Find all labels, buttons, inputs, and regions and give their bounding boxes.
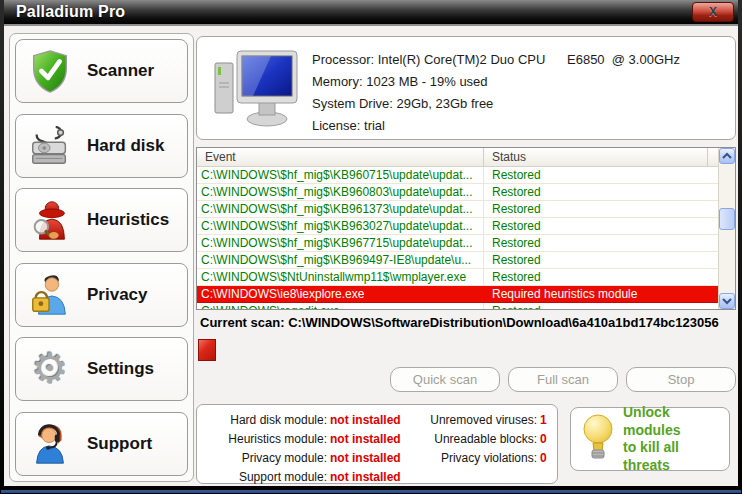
stop-button[interactable]: Stop — [626, 367, 736, 392]
module-value: not installed — [327, 432, 403, 446]
sidebar-item-label: Hard disk — [87, 136, 164, 156]
module-status-panel: Hard disk module:not installed Heuristic… — [196, 404, 558, 484]
memory-info: Memory: 1023 MB - 19% used — [312, 74, 488, 89]
table-row[interactable]: C:\WINDOWS\$hf_mig$\KB960803\update\upda… — [197, 184, 718, 201]
unlock-modules-label: Unlock modules to kill all threats — [623, 404, 729, 474]
system-info-panel: Processor: Intel(R) Core(TM)2 Duo CPU E6… — [196, 36, 736, 140]
shield-check-icon — [26, 47, 74, 95]
support-agent-icon — [26, 420, 74, 468]
event-cell: C:\WINDOWS\$NtUninstallwmp11$\wmplayer.e… — [197, 269, 484, 285]
status-cell: Restored — [484, 252, 718, 268]
full-scan-button[interactable]: Full scan — [508, 367, 618, 392]
sidebar: Scanner Hard disk — [9, 33, 194, 482]
status-cell: Restored — [484, 201, 718, 217]
module-value: not installed — [327, 413, 403, 427]
window-title: Palladium Pro — [16, 3, 125, 21]
close-button[interactable]: X — [692, 2, 734, 22]
sidebar-item-hard-disk[interactable]: Hard disk — [15, 114, 188, 178]
event-cell: C:\WINDOWS\$hf_mig$\KB960803\update\upda… — [197, 184, 484, 200]
table-row[interactable]: C:\WINDOWS\$hf_mig$\KB960715\update\upda… — [197, 167, 718, 184]
gear-icon: ⚙ — [26, 345, 74, 393]
event-cell: C:\WINDOWS\$hf_mig$\KB960715\update\upda… — [197, 167, 484, 183]
status-cell: Restored — [484, 269, 718, 285]
event-cell: C:\WINDOWS\$hf_mig$\KB969497-IE8\update\… — [197, 252, 484, 268]
sidebar-item-label: Privacy — [87, 285, 148, 305]
harddisk-stethoscope-icon — [26, 122, 74, 170]
table-header: Event Status — [197, 148, 718, 167]
module-label: Privacy module: — [203, 451, 327, 465]
table-row[interactable]: C:\WINDOWS\$NtUninstallwmp11$\wmplayer.e… — [197, 269, 718, 286]
status-cell: Restored — [484, 167, 718, 183]
module-label: Support module: — [203, 470, 327, 484]
module-label: Heuristics module: — [203, 432, 327, 446]
table-scrollbar[interactable] — [718, 148, 735, 309]
unlock-line-2: to kill all threats — [623, 439, 729, 474]
status-cell: Restored — [484, 303, 718, 309]
system-drive-info: System Drive: 29Gb, 23Gb free — [312, 96, 493, 111]
sidebar-item-label: Settings — [87, 359, 154, 379]
computer-icon — [211, 45, 303, 135]
unlock-line-1: Unlock modules — [623, 404, 729, 439]
palladium-pro-window: Palladium Pro X Scanner — [0, 0, 742, 494]
scrollbar-thumb[interactable] — [719, 208, 735, 230]
counter-value: 0 — [537, 451, 551, 465]
module-value: not installed — [327, 470, 403, 484]
current-scan-text: Current scan: C:\WINDOWS\SoftwareDistrib… — [200, 315, 738, 332]
unlock-modules-button[interactable]: Unlock modules to kill all threats — [570, 407, 730, 471]
scan-controls: Quick scan Full scan Stop — [196, 367, 736, 392]
sidebar-item-support[interactable]: Support — [15, 412, 188, 476]
event-cell: C:\WINDOWS\regedit.exe — [197, 303, 484, 309]
module-value: not installed — [327, 451, 403, 465]
table-body: C:\WINDOWS\$hf_mig$\KB960715\update\upda… — [197, 167, 718, 309]
table-row[interactable]: C:\WINDOWS\$hf_mig$\KB969497-IE8\update\… — [197, 252, 718, 269]
module-label: Hard disk module: — [203, 413, 327, 427]
window-body: Palladium Pro X Scanner — [4, 0, 738, 486]
table-row[interactable]: C:\WINDOWS\regedit.exe Restored — [197, 303, 718, 309]
spy-magnifier-icon — [26, 196, 74, 244]
status-cell: Restored — [484, 235, 718, 251]
table-row[interactable]: C:\WINDOWS\$hf_mig$\KB961373\update\upda… — [197, 201, 718, 218]
lightbulb-icon — [581, 413, 615, 465]
quick-scan-button[interactable]: Quick scan — [390, 367, 500, 392]
table-row[interactable]: C:\WINDOWS\$hf_mig$\KB967715\update\upda… — [197, 235, 718, 252]
title-bar[interactable]: Palladium Pro X — [4, 0, 738, 26]
counter-value: 1 — [537, 413, 551, 427]
counter-label: Unremoved viruses: — [403, 413, 537, 427]
status-cell: Restored — [484, 218, 718, 234]
status-cell: Required heuristics module — [484, 286, 718, 302]
event-table: Event Status C:\WINDOWS\$hf_mig$\KB96071… — [196, 147, 736, 310]
sidebar-item-privacy[interactable]: Privacy — [15, 263, 188, 327]
scan-progress-block — [198, 339, 216, 361]
column-header-spacer — [708, 148, 718, 166]
status-cell: Restored — [484, 184, 718, 200]
event-cell: C:\WINDOWS\ie8\iexplore.exe — [197, 286, 484, 302]
scroll-down-icon[interactable] — [719, 293, 735, 309]
table-row-alert[interactable]: C:\WINDOWS\ie8\iexplore.exe Required heu… — [197, 286, 718, 303]
event-cell: C:\WINDOWS\$hf_mig$\KB963027\update\upda… — [197, 218, 484, 234]
sidebar-item-heuristics[interactable]: Heuristics — [15, 188, 188, 252]
counter-label: Unreadable blocks: — [403, 432, 537, 446]
sidebar-item-label: Support — [87, 434, 152, 454]
sidebar-item-settings[interactable]: ⚙ Settings — [15, 337, 188, 401]
license-info: License: trial — [312, 118, 385, 133]
processor-info: Processor: Intel(R) Core(TM)2 Duo CPU E6… — [312, 52, 680, 67]
counter-label: Privacy violations: — [403, 451, 537, 465]
event-cell: C:\WINDOWS\$hf_mig$\KB961373\update\upda… — [197, 201, 484, 217]
column-header-status[interactable]: Status — [484, 148, 708, 166]
sidebar-item-label: Heuristics — [87, 210, 169, 230]
table-row[interactable]: C:\WINDOWS\$hf_mig$\KB963027\update\upda… — [197, 218, 718, 235]
threat-counters-column: Unremoved viruses:1 Unreadable blocks:0 … — [403, 413, 551, 483]
module-status-column: Hard disk module:not installed Heuristic… — [203, 413, 403, 483]
column-header-event[interactable]: Event — [197, 148, 484, 166]
user-lock-icon — [26, 271, 74, 319]
counter-value: 0 — [537, 432, 551, 446]
sidebar-item-label: Scanner — [87, 61, 154, 81]
event-cell: C:\WINDOWS\$hf_mig$\KB967715\update\upda… — [197, 235, 484, 251]
scroll-up-icon[interactable] — [719, 148, 735, 164]
sidebar-item-scanner[interactable]: Scanner — [15, 39, 188, 103]
